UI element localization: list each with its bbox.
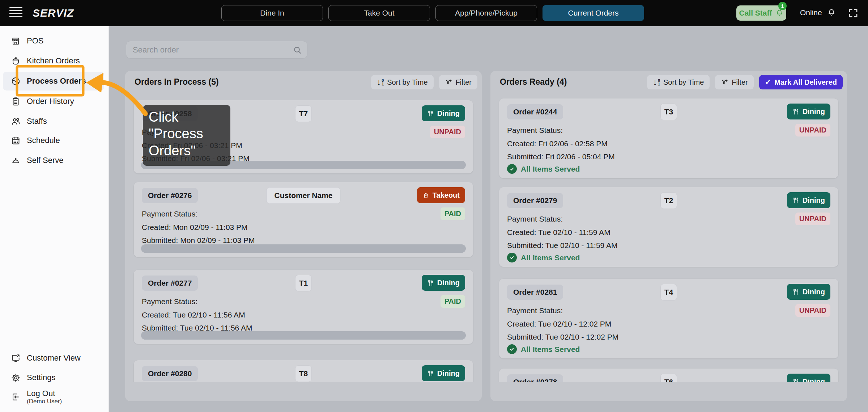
- order-progress-bar: [141, 331, 466, 340]
- brand-logo: SERVIZ: [33, 7, 74, 19]
- order-card[interactable]: Order #0279 T2 Dining Payment Status: UN…: [499, 187, 838, 267]
- order-id-chip: Order #0279: [507, 193, 563, 208]
- calendar-icon: [11, 136, 21, 146]
- payment-status-label: Payment Status:: [507, 306, 563, 315]
- filter-button[interactable]: Filter: [715, 75, 753, 89]
- sidebar-item-sublabel: (Demo User): [27, 398, 62, 405]
- table-chip: T1: [295, 275, 312, 291]
- sidebar-item-settings[interactable]: Settings: [3, 368, 104, 387]
- sidebar-item-label: Schedule: [27, 136, 60, 145]
- panel-title: Orders In Process (5): [135, 77, 219, 87]
- panel-title: Orders Ready (4): [500, 77, 567, 87]
- order-id-chip: Order #0278: [507, 374, 563, 382]
- tab-app-phone-pickup[interactable]: App/Phone/Pickup: [435, 5, 537, 21]
- created-timestamp: Created: Tue 02/10 - 11:56 AM: [142, 311, 245, 319]
- sidebar-item-label: Customer View: [27, 353, 81, 363]
- takeout-badge: Takeout: [417, 187, 465, 203]
- dining-badge: Dining: [422, 105, 465, 121]
- customer-name-chip: Customer Name: [266, 187, 340, 204]
- sort-by-time-button[interactable]: ↓01 Sort by Time: [647, 75, 710, 89]
- tab-dine-in[interactable]: Dine In: [221, 5, 323, 21]
- order-id-chip: Order #0276: [142, 188, 198, 203]
- all-items-served-row: All Items Served: [507, 164, 580, 174]
- submitted-timestamp: Submitted: Mon 02/09 - 11:03 PM: [142, 236, 255, 245]
- top-bar: SERVIZ Dine In Take Out App/Phone/Pickup…: [0, 0, 868, 26]
- payment-status-label: Payment Status:: [507, 215, 563, 223]
- filter-button[interactable]: Filter: [439, 75, 477, 89]
- dining-badge: Dining: [787, 374, 830, 382]
- clipboard-icon: [11, 97, 21, 106]
- created-timestamp: Created: Tue 02/10 - 12:02 PM: [507, 320, 611, 328]
- payment-status-badge: PAID: [441, 295, 465, 308]
- dining-badge: Dining: [787, 284, 830, 300]
- order-card[interactable]: Order #0277 T1 Dining Payment Status: PA…: [134, 270, 473, 344]
- dining-badge: Dining: [422, 365, 465, 381]
- order-card[interactable]: Order #0276 Customer Name Takeout Paymen…: [134, 182, 473, 257]
- tab-current-orders[interactable]: Current Orders: [542, 5, 644, 21]
- filter-funnel-icon: [721, 79, 728, 86]
- order-card[interactable]: Order #0278 T6 Dining: [499, 369, 838, 382]
- check-circle-icon: [507, 164, 517, 174]
- table-chip: T8: [295, 365, 312, 382]
- order-card[interactable]: Order #0280 T8 Dining: [134, 360, 473, 382]
- dining-badge: Dining: [422, 275, 465, 291]
- sort-by-time-button[interactable]: ↓01 Sort by Time: [371, 75, 434, 89]
- check-icon: ✓: [765, 78, 771, 87]
- cloche-icon: [11, 156, 21, 165]
- table-chip: T7: [295, 105, 312, 122]
- call-staff-badge: 1: [778, 2, 787, 10]
- search-input[interactable]: [126, 41, 307, 58]
- payment-status-badge: UNPAID: [795, 124, 830, 136]
- sidebar-item-self-serve[interactable]: Self Serve: [3, 151, 104, 170]
- orders-ready-panel: Orders Ready (4) ↓01 Sort by Time Filter…: [490, 71, 847, 401]
- payment-status-badge: UNPAID: [795, 304, 830, 317]
- sidebar-item-process-orders[interactable]: Process Orders: [3, 72, 104, 91]
- check-circle-icon: [507, 344, 517, 354]
- sidebar-item-order-history[interactable]: Order History: [3, 92, 104, 111]
- dining-badge: Dining: [787, 192, 830, 208]
- sidebar-item-pos[interactable]: POS: [3, 31, 104, 50]
- fullscreen-icon[interactable]: [848, 8, 859, 18]
- payment-status-badge: UNPAID: [795, 213, 830, 225]
- call-staff-label: Call Staff: [739, 9, 772, 17]
- order-card-list: Order #0244 T3 Dining Payment Status: UN…: [490, 93, 847, 382]
- mark-all-delivered-button[interactable]: ✓ Mark All Delivered: [759, 75, 843, 89]
- hamburger-menu-icon[interactable]: [9, 7, 22, 19]
- sidebar: POS Kitchen Orders Process Orders: [0, 26, 109, 412]
- sidebar-item-schedule[interactable]: Schedule: [3, 131, 104, 150]
- dining-badge: Dining: [787, 104, 830, 119]
- sidebar-item-log-out[interactable]: Log Out (Demo User): [3, 385, 104, 408]
- sidebar-item-label: Kitchen Orders: [27, 56, 80, 66]
- order-card[interactable]: Order #0244 T3 Dining Payment Status: UN…: [499, 98, 838, 178]
- payment-status-badge: UNPAID: [430, 126, 465, 138]
- table-chip: T3: [660, 104, 677, 120]
- sidebar-item-customer-view[interactable]: Customer View: [3, 349, 104, 367]
- order-id-chip: Order #0280: [142, 366, 198, 381]
- shutter-icon: [11, 76, 21, 86]
- monitor-arrow-icon: [11, 353, 21, 363]
- sort-icon: ↓01: [377, 78, 384, 87]
- tab-take-out[interactable]: Take Out: [328, 5, 430, 21]
- sidebar-item-label: Self Serve: [27, 156, 64, 165]
- table-chip: T6: [660, 374, 677, 382]
- notification-bell-icon[interactable]: [827, 8, 836, 17]
- order-card[interactable]: Order #0281 T4 Dining Payment Status: UN…: [499, 279, 838, 358]
- created-timestamp: Created: Tue 02/10 - 11:59 AM: [507, 228, 610, 237]
- submitted-timestamp: Submitted: Fri 02/06 - 05:04 PM: [507, 152, 615, 161]
- people-icon: [11, 117, 21, 126]
- sidebar-item-label: Order History: [27, 97, 74, 106]
- sidebar-item-kitchen-orders[interactable]: Kitchen Orders: [3, 51, 104, 70]
- sidebar-item-label: Process Orders: [27, 76, 86, 86]
- order-progress-bar: [141, 244, 466, 253]
- payment-status-label: Payment Status:: [142, 210, 197, 218]
- sidebar-item-label: Staffs: [27, 117, 47, 126]
- online-status: Online: [800, 8, 822, 17]
- cooking-pot-icon: [11, 56, 21, 66]
- sidebar-item-label: Log Out: [27, 389, 62, 398]
- sidebar-item-label: Settings: [27, 373, 56, 382]
- payment-status-label: Payment Status:: [142, 297, 197, 306]
- submitted-timestamp: Submitted: Tue 02/10 - 11:59 AM: [507, 241, 617, 250]
- sort-icon: ↓01: [653, 78, 660, 87]
- sidebar-item-staffs[interactable]: Staffs: [3, 112, 104, 131]
- storefront-icon: [11, 36, 21, 46]
